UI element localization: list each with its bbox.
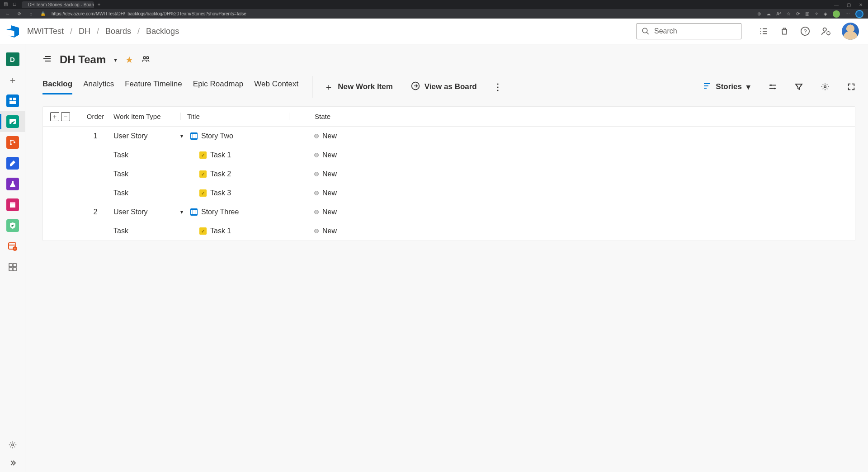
expand-chevron-icon[interactable]: ▾ bbox=[180, 209, 187, 215]
help-icon[interactable]: ? bbox=[800, 26, 810, 36]
home-button[interactable]: ⌂ bbox=[28, 11, 34, 16]
nav-expand[interactable] bbox=[9, 454, 16, 472]
collapse-all-button[interactable]: − bbox=[61, 112, 70, 121]
filter-button[interactable] bbox=[795, 83, 803, 91]
col-state[interactable]: State bbox=[289, 113, 361, 120]
state-dot-icon bbox=[314, 153, 319, 157]
state-label: New bbox=[322, 227, 337, 235]
marketplace-icon[interactable] bbox=[779, 26, 789, 36]
column-options-button[interactable] bbox=[769, 83, 777, 91]
expand-all-button[interactable]: + bbox=[50, 112, 59, 121]
profile-icon[interactable] bbox=[833, 10, 840, 18]
refresh-button[interactable]: ⟳ bbox=[16, 11, 23, 16]
nav-overview[interactable] bbox=[0, 90, 25, 111]
col-type[interactable]: Work Item Type bbox=[113, 113, 180, 120]
work-items-icon[interactable] bbox=[759, 26, 769, 36]
browser-tab[interactable]: DH Team Stories Backlog - Board ✕ bbox=[22, 1, 94, 8]
bing-icon[interactable] bbox=[855, 10, 863, 18]
nav-delivery[interactable]: + bbox=[0, 236, 25, 257]
new-tab-button[interactable]: ＋ bbox=[97, 1, 101, 8]
azure-devops-logo[interactable] bbox=[5, 24, 20, 38]
nav-compliance[interactable] bbox=[0, 215, 25, 236]
favorite-star-icon[interactable]: ★ bbox=[125, 54, 133, 65]
back-button[interactable]: ← bbox=[5, 11, 11, 16]
tab-web-context[interactable]: Web Context bbox=[254, 80, 298, 94]
minimize-button[interactable]: — bbox=[834, 2, 839, 7]
project-badge[interactable]: D bbox=[0, 49, 25, 70]
nav-new[interactable]: ＋ bbox=[0, 70, 25, 90]
url-text[interactable]: https://dev.azure.com/MWITTest/DH/_backl… bbox=[52, 11, 752, 16]
view-as-board-button[interactable]: View as Board bbox=[411, 80, 477, 94]
avatar[interactable] bbox=[842, 23, 859, 40]
svg-point-11 bbox=[10, 143, 12, 145]
nav-testplans[interactable] bbox=[0, 174, 25, 194]
cell-title[interactable]: ▾Story Two bbox=[180, 132, 289, 140]
side-panel-icon[interactable] bbox=[42, 54, 52, 66]
reading-icon[interactable]: ☁ bbox=[766, 11, 771, 16]
nav-boards[interactable] bbox=[0, 111, 25, 132]
content: DH Team ▾ ★ Backlog Analytics Feature Ti… bbox=[25, 44, 868, 472]
work-item-title: Story Three bbox=[201, 208, 239, 216]
cell-title[interactable]: ▾Story Three bbox=[180, 208, 289, 216]
fullscreen-button[interactable] bbox=[847, 83, 855, 91]
table-row[interactable]: TaskTask 2New bbox=[43, 165, 855, 184]
close-window-button[interactable]: ✕ bbox=[859, 2, 863, 7]
backlog-level-selector[interactable]: Stories ▾ bbox=[703, 82, 750, 92]
table-row[interactable]: 1User Story▾Story TwoNew bbox=[43, 127, 855, 146]
nav-grid[interactable] bbox=[0, 257, 25, 278]
window-controls: — ▢ ✕ bbox=[834, 2, 868, 7]
settings-button[interactable] bbox=[821, 83, 829, 91]
tab-epic-roadmap[interactable]: Epic Roadmap bbox=[193, 80, 244, 94]
board-arrow-icon bbox=[411, 81, 420, 93]
user-story-icon bbox=[190, 132, 198, 140]
crumb-section[interactable]: Boards bbox=[105, 27, 131, 36]
table-row[interactable]: TaskTask 1New bbox=[43, 146, 855, 165]
tab-actions-icon[interactable]: ▤ bbox=[4, 1, 10, 8]
favorite-icon[interactable]: ☆ bbox=[787, 11, 791, 16]
search-input[interactable]: Search bbox=[637, 23, 741, 39]
state-dot-icon bbox=[314, 229, 319, 233]
cell-title[interactable]: Task 3 bbox=[180, 189, 289, 197]
cell-type: Task bbox=[113, 227, 180, 235]
team-name[interactable]: DH Team bbox=[60, 53, 106, 66]
team-people-icon[interactable] bbox=[142, 54, 151, 66]
svg-point-12 bbox=[14, 142, 15, 143]
more-actions-button[interactable]: ⋮ bbox=[490, 81, 506, 92]
tab-analytics[interactable]: Analytics bbox=[83, 80, 114, 94]
user-settings-icon[interactable] bbox=[821, 26, 831, 36]
cell-title[interactable]: Task 2 bbox=[180, 170, 289, 178]
crumb-page[interactable]: Backlogs bbox=[146, 27, 179, 36]
sync-icon[interactable]: ⟳ bbox=[796, 11, 800, 16]
crumb-project[interactable]: DH bbox=[79, 27, 90, 36]
tab-feature-timeline[interactable]: Feature Timeline bbox=[125, 80, 182, 94]
ext-icon[interactable]: ◈ bbox=[824, 11, 827, 16]
nav-pipelines[interactable] bbox=[0, 153, 25, 174]
more-icon[interactable]: ⋯ bbox=[845, 11, 850, 16]
expand-chevron-icon[interactable]: ▾ bbox=[180, 133, 187, 139]
table-row[interactable]: 2User Story▾Story ThreeNew bbox=[43, 203, 855, 222]
crumb-org[interactable]: MWITTest bbox=[27, 27, 64, 36]
cell-title[interactable]: Task 1 bbox=[180, 151, 289, 159]
maximize-button[interactable]: ▢ bbox=[847, 2, 851, 7]
new-work-item-button[interactable]: ＋ New Work Item bbox=[324, 79, 393, 95]
text-icon[interactable]: Aᴬ bbox=[776, 11, 781, 16]
svg-rect-20 bbox=[13, 264, 16, 267]
svg-point-39 bbox=[824, 86, 826, 88]
svg-line-1 bbox=[646, 32, 649, 34]
collections-icon[interactable]: ✧ bbox=[815, 11, 818, 16]
chevron-down-icon[interactable]: ▾ bbox=[114, 56, 117, 63]
zoom-icon[interactable]: ⊕ bbox=[757, 11, 761, 16]
tab-group-icon[interactable]: ◻ bbox=[13, 1, 19, 8]
nav-repos[interactable] bbox=[0, 132, 25, 153]
nav-artifacts[interactable] bbox=[0, 194, 25, 215]
svg-point-4 bbox=[823, 28, 826, 31]
tab-backlog[interactable]: Backlog bbox=[42, 80, 72, 94]
split-icon[interactable]: ▥ bbox=[805, 11, 809, 16]
col-order[interactable]: Order bbox=[77, 113, 113, 120]
col-title[interactable]: Title bbox=[180, 113, 289, 120]
cell-title[interactable]: Task 1 bbox=[180, 227, 289, 235]
nav-settings[interactable] bbox=[9, 436, 17, 454]
table-row[interactable]: TaskTask 1New bbox=[43, 222, 855, 241]
cell-order: 1 bbox=[77, 132, 113, 140]
table-row[interactable]: TaskTask 3New bbox=[43, 184, 855, 203]
